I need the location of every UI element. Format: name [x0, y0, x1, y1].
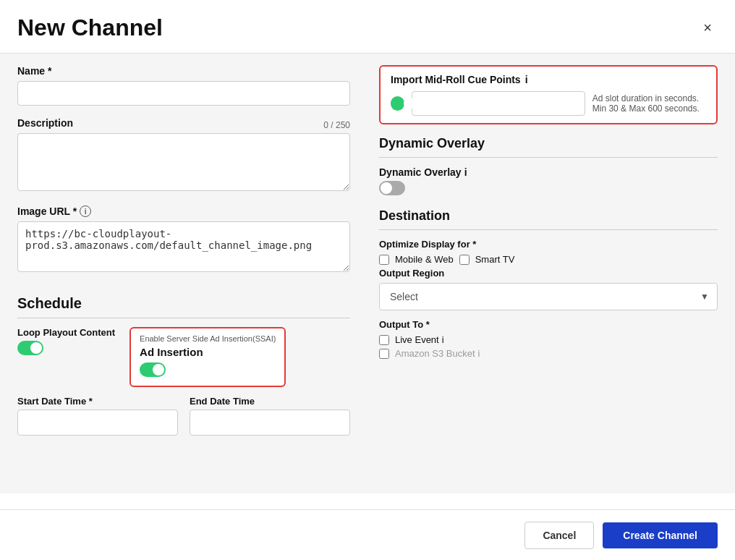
- cancel-button[interactable]: Cancel: [524, 522, 594, 549]
- dynamic-overlay-toggle-slider: [379, 181, 405, 195]
- loop-label: Loop Playout Content: [17, 327, 115, 338]
- smart-tv-label: Smart TV: [475, 254, 515, 265]
- dynamic-overlay-info-icon[interactable]: i: [464, 166, 467, 178]
- imageurl-label: Image URL * i: [17, 205, 350, 217]
- midroll-description: Ad slot duration in seconds. Min 30 & Ma…: [592, 93, 706, 114]
- midroll-toggle[interactable]: [391, 96, 404, 111]
- midroll-controls: 30 Ad slot duration in seconds. Min 30 &…: [391, 91, 706, 116]
- dynamic-overlay-toggle-row: Dynamic Overlay i: [379, 166, 718, 178]
- midroll-label: Import Mid-Roll Cue Points: [391, 74, 521, 85]
- loop-toggle-slider: [17, 341, 43, 355]
- optimize-display-label: Optimize Display for *: [379, 239, 718, 250]
- schedule-divider: [17, 318, 350, 318]
- destination-section: Destination Optimize Display for * Mobil…: [379, 208, 718, 362]
- dynamic-overlay-label: Dynamic Overlay i: [379, 166, 467, 178]
- live-event-row: Live Event i: [379, 334, 718, 345]
- output-region-select[interactable]: Select: [379, 283, 718, 310]
- optimize-checkboxes: Mobile & Web Smart TV: [379, 254, 718, 265]
- right-column: Import Mid-Roll Cue Points i 30 Ad slot …: [379, 65, 718, 436]
- dynamic-overlay-section: Dynamic Overlay Dynamic Overlay i: [379, 136, 718, 198]
- midroll-toggle-slider: [391, 96, 404, 111]
- create-channel-button[interactable]: Create Channel: [603, 522, 718, 548]
- modal-body: Name * Description 0 / 250 Image URL * i…: [0, 54, 735, 493]
- start-datetime-group: Start Date Time *: [17, 396, 178, 436]
- modal-footer: Cancel Create Channel: [0, 509, 735, 560]
- description-char-count: 0 / 250: [323, 120, 350, 130]
- ssai-toggle[interactable]: [140, 362, 166, 377]
- schedule-title: Schedule: [17, 295, 350, 312]
- end-datetime-label: End Date Time: [190, 396, 350, 407]
- output-region-select-wrapper: Select ▼: [379, 283, 718, 310]
- imageurl-input[interactable]: https://bc-cloudplayout-prod.s3.amazonaw…: [17, 221, 350, 272]
- amazon-s3-label: Amazon S3 Bucket i: [395, 348, 480, 359]
- schedule-toggles: Loop Playout Content Enable Server Side …: [17, 327, 350, 387]
- dynamic-overlay-toggle[interactable]: [379, 181, 405, 195]
- start-datetime-input[interactable]: [17, 410, 178, 436]
- ssai-toggle-slider: [140, 362, 166, 377]
- mobile-web-label: Mobile & Web: [395, 254, 454, 265]
- start-datetime-label: Start Date Time *: [17, 396, 178, 407]
- description-input[interactable]: [17, 133, 350, 191]
- output-region-label: Output Region: [379, 268, 718, 279]
- smart-tv-checkbox[interactable]: [459, 255, 470, 265]
- imageurl-field-group: Image URL * i https://bc-cloudplayout-pr…: [17, 205, 350, 275]
- datetime-row: Start Date Time * End Date Time: [17, 396, 350, 436]
- ssai-title: Ad Insertion: [140, 346, 276, 358]
- left-column: Name * Description 0 / 250 Image URL * i…: [17, 65, 350, 436]
- end-datetime-input[interactable]: [190, 410, 350, 436]
- modal-header: New Channel ×: [0, 0, 735, 54]
- mobile-web-checkbox[interactable]: [379, 255, 389, 265]
- close-button[interactable]: ×: [697, 17, 718, 39]
- output-to-label: Output To *: [379, 319, 718, 330]
- live-event-label: Live Event i: [395, 334, 444, 345]
- description-field-group: Description 0 / 250: [17, 117, 350, 194]
- page-title: New Channel: [17, 14, 163, 41]
- description-label: Description: [17, 117, 73, 129]
- midroll-header: Import Mid-Roll Cue Points i: [391, 74, 706, 85]
- schedule-section: Schedule Loop Playout Content Enable Ser…: [17, 292, 350, 436]
- midroll-duration-input[interactable]: 30: [412, 91, 585, 116]
- destination-title: Destination: [379, 208, 718, 224]
- ssai-small-label: Enable Server Side Ad Insertion(SSAI): [140, 334, 276, 343]
- name-input[interactable]: [17, 81, 350, 106]
- name-label: Name *: [17, 65, 350, 77]
- loop-toggle-group: Loop Playout Content: [17, 327, 115, 355]
- amazon-s3-checkbox[interactable]: [379, 349, 389, 359]
- destination-divider: [379, 229, 718, 230]
- loop-toggle[interactable]: [17, 341, 43, 355]
- dynamic-overlay-title: Dynamic Overlay: [379, 136, 718, 151]
- midroll-highlight-box: Import Mid-Roll Cue Points i 30 Ad slot …: [379, 65, 718, 124]
- amazon-s3-info-icon[interactable]: i: [478, 348, 480, 359]
- description-label-row: Description 0 / 250: [17, 117, 350, 133]
- new-channel-modal: New Channel × Name * Description 0 / 250…: [0, 0, 735, 560]
- end-datetime-group: End Date Time: [190, 396, 350, 436]
- ssai-box: Enable Server Side Ad Insertion(SSAI) Ad…: [129, 327, 286, 387]
- imageurl-info-icon[interactable]: i: [80, 205, 91, 217]
- dynamic-overlay-divider: [379, 157, 718, 158]
- midroll-info-icon[interactable]: i: [525, 74, 528, 85]
- amazon-s3-row: Amazon S3 Bucket i: [379, 348, 718, 359]
- live-event-checkbox[interactable]: [379, 335, 389, 345]
- name-field-group: Name *: [17, 65, 350, 106]
- live-event-info-icon[interactable]: i: [442, 334, 444, 345]
